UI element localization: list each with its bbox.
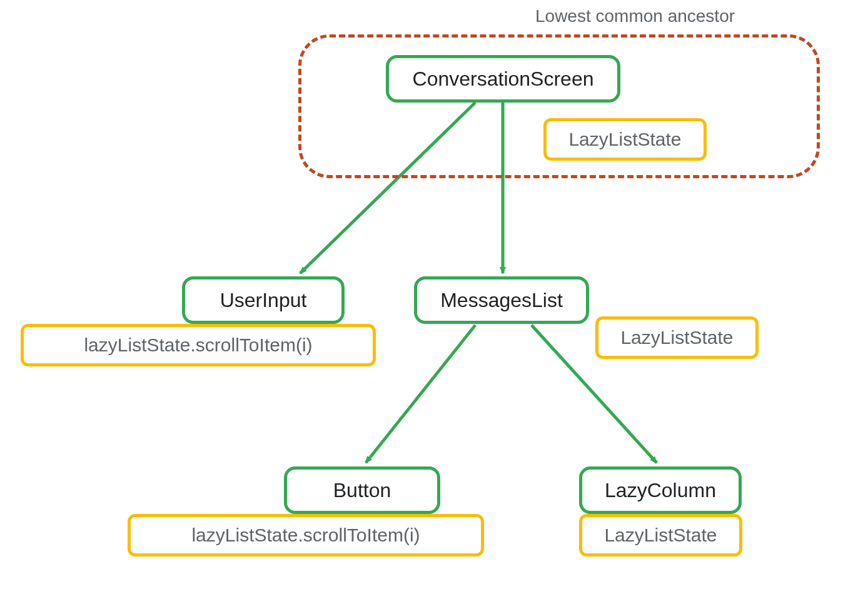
caption-text: Lowest common ancestor: [535, 6, 735, 26]
annotation-lazyliststate-top: LazyListState: [543, 118, 707, 161]
node-label: LazyColumn: [605, 479, 716, 502]
node-user-input: UserInput: [182, 276, 345, 324]
annotation-messageslist-detail: LazyListState: [595, 316, 759, 359]
annotation-label: lazyListState.scrollToItem(i): [191, 525, 420, 546]
annotation-button-detail: lazyListState.scrollToItem(i): [128, 514, 484, 556]
annotation-lazycolumn-detail: LazyListState: [579, 514, 742, 556]
svg-line-3: [366, 325, 475, 463]
node-messages-list: MessagesList: [414, 276, 589, 324]
annotation-label: LazyListState: [604, 525, 717, 546]
annotation-label: lazyListState.scrollToItem(i): [84, 335, 312, 356]
node-label: UserInput: [220, 289, 307, 312]
node-lazy-column: LazyColumn: [579, 466, 742, 514]
annotation-label: LazyListState: [568, 129, 681, 150]
annotation-label: LazyListState: [620, 327, 733, 348]
node-conversation-screen: ConversationScreen: [386, 55, 620, 103]
node-label: Button: [333, 479, 391, 502]
annotation-userinput-detail: lazyListState.scrollToItem(i): [21, 324, 376, 366]
node-label: MessagesList: [440, 289, 563, 312]
node-button: Button: [284, 466, 440, 514]
node-label: ConversationScreen: [413, 68, 594, 91]
